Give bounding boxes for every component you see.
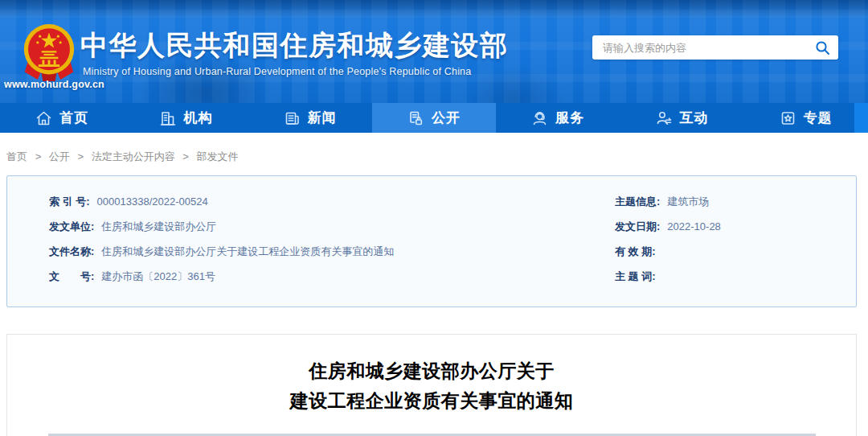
breadcrumb-separator: > bbox=[77, 150, 84, 162]
nav-right-strip bbox=[854, 103, 868, 133]
nav-item-disclosure[interactable]: 公开 bbox=[372, 103, 496, 133]
document-content-card: 住房和城乡建设部办公厅关于 建设工程企业资质有关事宜的通知 bbox=[6, 334, 857, 436]
meta-value: 2022-10-28 bbox=[667, 220, 721, 232]
disclosure-icon bbox=[407, 110, 424, 126]
building-icon bbox=[159, 110, 176, 126]
nav-item-home[interactable]: 首页 bbox=[0, 103, 124, 133]
search-box bbox=[592, 35, 838, 60]
header-top-shade bbox=[0, 0, 868, 21]
document-title-line2: 建设工程企业资质有关事宜的通知 bbox=[7, 386, 856, 416]
meta-value: 住房和城乡建设部办公厅关于建设工程企业资质有关事宜的通知 bbox=[101, 245, 394, 257]
meta-label: 发文日期: bbox=[615, 220, 660, 232]
site-title: 中华人民共和国住房和城乡建设部 bbox=[80, 27, 509, 64]
search-button[interactable] bbox=[806, 35, 838, 60]
meta-value: 000013338/2022-00524 bbox=[97, 195, 208, 208]
interaction-icon bbox=[656, 110, 673, 126]
site-url: www.mohurd.gov.cn bbox=[4, 79, 97, 90]
nav-label: 首页 bbox=[59, 109, 88, 127]
nav-item-services[interactable]: 服务 bbox=[496, 103, 620, 133]
meta-value: 建筑市场 bbox=[667, 195, 709, 208]
site-header: www.mohurd.gov.cn 中华人民共和国住房和城乡建设部 Minist… bbox=[0, 0, 868, 103]
national-emblem-logo bbox=[22, 22, 76, 84]
nav-label: 服务 bbox=[555, 109, 584, 127]
meta-column-left: 索 引 号: 000013338/2022-00524 发文单位: 住房和城乡建… bbox=[7, 195, 615, 306]
nav-item-org[interactable]: 机构 bbox=[124, 103, 248, 133]
meta-row-issue-date: 发文日期: 2022-10-28 bbox=[615, 220, 856, 232]
document-meta-card: 索 引 号: 000013338/2022-00524 发文单位: 住房和城乡建… bbox=[6, 175, 857, 307]
meta-label: 文件名称: bbox=[49, 245, 94, 257]
site-subtitle-english: Ministry of Housing and Urban-Rural Deve… bbox=[83, 66, 471, 77]
search-icon bbox=[815, 40, 830, 56]
nav-item-news[interactable]: 新闻 bbox=[248, 103, 372, 133]
meta-label: 索 引 号: bbox=[49, 195, 90, 208]
meta-label: 文 号: bbox=[49, 270, 94, 282]
meta-label: 有 效 期: bbox=[615, 245, 656, 257]
home-icon bbox=[35, 110, 52, 126]
breadcrumb-separator: > bbox=[35, 150, 42, 162]
meta-row-file-name: 文件名称: 住房和城乡建设部办公厅关于建设工程企业资质有关事宜的通知 bbox=[49, 245, 615, 257]
meta-value: 建办市函〔2022〕361号 bbox=[101, 270, 215, 282]
meta-label: 主题信息: bbox=[615, 195, 660, 208]
meta-row-index-number: 索 引 号: 000013338/2022-00524 bbox=[49, 195, 615, 208]
breadcrumb-separator: > bbox=[182, 150, 189, 162]
breadcrumb-disclosure[interactable]: 公开 bbox=[49, 150, 70, 162]
meta-label: 发文单位: bbox=[49, 220, 94, 232]
meta-row-document-number: 文 号: 建办市函〔2022〕361号 bbox=[49, 270, 615, 282]
nav-label: 专题 bbox=[804, 109, 833, 127]
nav-item-interaction[interactable]: 互动 bbox=[620, 103, 743, 133]
main-navigation: 首页 机构 新闻 公开 bbox=[0, 103, 868, 133]
meta-column-right: 主题信息: 建筑市场 发文日期: 2022-10-28 有 效 期: 主 题 词… bbox=[615, 195, 856, 306]
meta-row-issuing-unit: 发文单位: 住房和城乡建设部办公厅 bbox=[49, 220, 615, 232]
breadcrumb-current: 部发文件 bbox=[197, 150, 239, 162]
breadcrumb-home[interactable]: 首页 bbox=[6, 150, 27, 162]
nav-label: 机构 bbox=[183, 109, 212, 127]
topic-icon bbox=[780, 110, 796, 126]
meta-value: 住房和城乡建设部办公厅 bbox=[101, 220, 216, 232]
news-icon bbox=[284, 110, 301, 126]
nav-label: 公开 bbox=[432, 109, 461, 127]
nav-label: 互动 bbox=[680, 109, 709, 127]
meta-row-keywords: 主 题 词: bbox=[615, 270, 856, 282]
meta-row-validity: 有 效 期: bbox=[615, 245, 856, 257]
nav-item-topics[interactable]: 专题 bbox=[744, 103, 868, 133]
nav-label: 新闻 bbox=[308, 109, 337, 127]
document-title-line1: 住房和城乡建设部办公厅关于 bbox=[7, 356, 856, 386]
meta-row-topic-info: 主题信息: 建筑市场 bbox=[615, 195, 856, 208]
breadcrumb: 首页 > 公开 > 法定主动公开内容 > 部发文件 bbox=[0, 133, 868, 175]
meta-label: 主 题 词: bbox=[615, 270, 656, 282]
breadcrumb-statutory-content[interactable]: 法定主动公开内容 bbox=[92, 150, 175, 162]
search-input[interactable] bbox=[592, 42, 806, 54]
service-icon bbox=[531, 110, 548, 126]
